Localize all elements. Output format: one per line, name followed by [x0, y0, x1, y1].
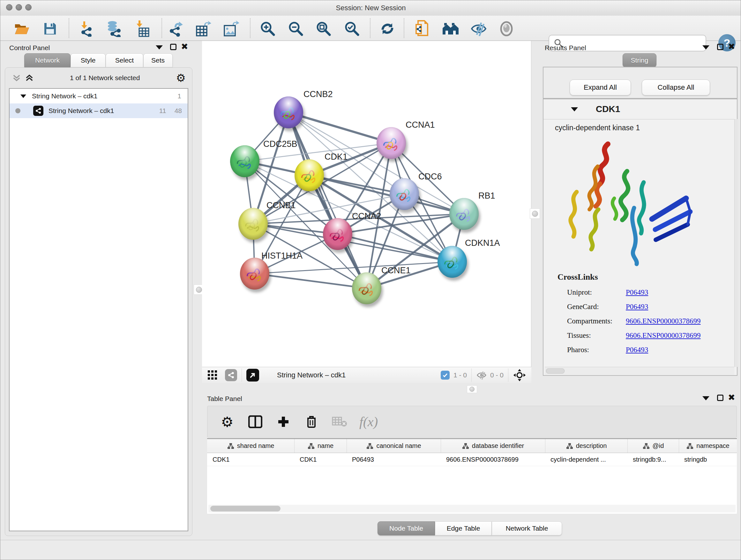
results-panel-float-icon[interactable]	[717, 44, 724, 50]
table-panel-float-icon[interactable]	[717, 395, 724, 401]
show-glass-button[interactable]	[497, 20, 515, 38]
column-header-description[interactable]: description	[545, 439, 627, 453]
pan-crosshair-icon[interactable]	[513, 368, 526, 382]
network-node-CDKN1A[interactable]	[437, 246, 467, 278]
network-options-gear-icon[interactable]: ⚙	[176, 71, 186, 84]
table-cell[interactable]: CDK1	[207, 456, 294, 463]
import-network-database-button[interactable]	[105, 20, 123, 38]
table-panel-close-icon[interactable]: ✖	[728, 394, 735, 401]
tab-network-table[interactable]: Network Table	[492, 521, 562, 536]
network-node-CCNB1[interactable]	[239, 208, 268, 240]
import-table-button[interactable]	[133, 20, 151, 38]
table-cell[interactable]: stringdb	[679, 456, 737, 463]
crosslink-link[interactable]: P06493	[626, 288, 648, 297]
table-cell[interactable]: stringdb:9...	[627, 456, 679, 463]
grid-view-icon[interactable]	[208, 370, 217, 380]
network-node-CCNA2[interactable]	[323, 218, 352, 250]
delete-table-icon[interactable]	[331, 414, 348, 430]
crosslink-link[interactable]: P06493	[626, 303, 648, 311]
crosslink-link[interactable]: 9606.ENSP00000378699	[626, 317, 701, 325]
control-panel-close-icon[interactable]: ✖	[181, 44, 188, 50]
tab-sets[interactable]: Sets	[143, 53, 173, 67]
column-header-canonical-name[interactable]: canonical name	[347, 439, 441, 453]
open-in-window-icon[interactable]	[246, 369, 259, 381]
collapse-all-icon[interactable]	[12, 73, 21, 82]
results-panel-close-icon[interactable]: ✖	[728, 44, 735, 50]
zoom-selected-button[interactable]	[343, 20, 361, 38]
collapse-all-button[interactable]: Collapse All	[642, 79, 710, 96]
zoom-fit-button[interactable]	[315, 20, 333, 38]
expand-all-icon[interactable]	[25, 73, 34, 82]
network-node-CDC25B[interactable]	[230, 145, 259, 177]
network-edge-HIST1H1A-CCNE1[interactable]	[255, 273, 367, 288]
gene-expander-icon[interactable]	[571, 107, 578, 111]
export-network-button[interactable]	[167, 20, 185, 38]
crosslink-link[interactable]: 9606.ENSP00000378699	[626, 331, 701, 340]
function-builder-icon[interactable]: f(x)	[359, 414, 378, 430]
show-columns-icon[interactable]	[247, 414, 264, 430]
network-node-CCNE1[interactable]	[352, 272, 381, 304]
network-row-label: String Network – cdk1	[49, 107, 114, 115]
table-cell[interactable]: P06493	[347, 456, 441, 463]
column-header--id[interactable]: @id	[627, 439, 679, 453]
table-horizontal-scrollbar[interactable]	[208, 505, 736, 512]
results-horizontal-scrollbar[interactable]	[545, 367, 734, 375]
tab-network[interactable]: Network	[24, 53, 71, 67]
control-panel: Control Panel ✖ Network Style Select Set…	[0, 41, 198, 540]
import-network-file-button[interactable]	[78, 20, 96, 38]
table-panel-menu-icon[interactable]	[702, 396, 710, 400]
string-document-button[interactable]	[413, 20, 431, 38]
results-panel-menu-icon[interactable]	[702, 45, 710, 50]
horizontal-splitter[interactable]	[467, 385, 477, 393]
refresh-button[interactable]	[379, 20, 396, 38]
expand-all-button[interactable]: Expand All	[569, 79, 631, 96]
table-settings-gear-icon[interactable]: ⚙	[219, 414, 235, 430]
column-header-name[interactable]: name	[294, 439, 347, 453]
column-header-shared-name[interactable]: shared name	[207, 439, 294, 453]
string-home-button[interactable]	[442, 20, 460, 38]
tab-node-table[interactable]: Node Table	[378, 521, 435, 536]
table-cell[interactable]: CDK1	[294, 456, 347, 463]
control-panel-float-icon[interactable]	[170, 44, 177, 50]
tab-edge-table[interactable]: Edge Table	[435, 521, 492, 536]
network-node-CCNA1[interactable]	[377, 127, 406, 159]
column-header-namespace[interactable]: namespace	[679, 439, 737, 453]
network-graph[interactable]: CCNB2CCNA1CDC25BCDK1CDC6RB1CCNB1CCNA2CDK…	[202, 41, 531, 367]
open-session-button[interactable]	[13, 20, 31, 38]
table-row[interactable]: CDK1CDK1P064939606.ENSP00000378699cyclin…	[207, 453, 737, 466]
column-header-database-identifier[interactable]: database identifier	[441, 439, 545, 453]
delete-column-icon[interactable]	[303, 414, 320, 430]
tab-style[interactable]: Style	[71, 53, 106, 67]
collection-expander-icon[interactable]	[20, 95, 26, 98]
scrollbar-thumb[interactable]	[210, 506, 280, 511]
network-node-HIST1H1A[interactable]	[240, 258, 269, 290]
crosslink-link[interactable]: P06493	[626, 346, 648, 354]
network-view-type-icon[interactable]	[225, 369, 237, 381]
add-column-icon[interactable]	[275, 414, 292, 430]
network-node-CCNB2[interactable]	[274, 97, 303, 128]
collection-label: String Network – cdk1	[32, 92, 97, 100]
network-node-CDC6[interactable]	[390, 178, 419, 210]
network-row-selected[interactable]: String Network – cdk1 11 48	[10, 104, 188, 118]
results-vertical-scrollbar[interactable]	[734, 119, 738, 367]
network-edge-CCNB2-CCNE1[interactable]	[288, 112, 367, 288]
table-cell[interactable]: cyclin-dependent ...	[545, 456, 627, 463]
zoom-in-button[interactable]	[259, 20, 277, 38]
network-node-RB1[interactable]	[449, 198, 479, 230]
export-image-button[interactable]	[222, 20, 240, 38]
network-node-CDK1[interactable]	[294, 159, 324, 191]
table-cell[interactable]: 9606.ENSP00000378699	[441, 456, 545, 463]
selected-checkbox-icon[interactable]	[441, 371, 450, 380]
hidden-eye-icon[interactable]	[476, 371, 487, 380]
tab-string[interactable]: String	[623, 53, 657, 67]
hide-glass-button[interactable]	[470, 20, 488, 38]
tab-select[interactable]: Select	[106, 53, 143, 67]
network-collection-row[interactable]: String Network – cdk1 1	[10, 89, 188, 104]
save-session-button[interactable]	[41, 20, 59, 38]
control-panel-menu-icon[interactable]	[156, 45, 163, 50]
export-table-button[interactable]	[195, 20, 212, 38]
network-node-count: 11	[159, 107, 166, 115]
network-canvas[interactable]: CCNB2CCNA1CDC25BCDK1CDC6RB1CCNB1CCNA2CDK…	[202, 41, 531, 367]
zoom-out-button[interactable]	[287, 20, 305, 38]
gene-header-row[interactable]: CDK1	[543, 99, 737, 119]
